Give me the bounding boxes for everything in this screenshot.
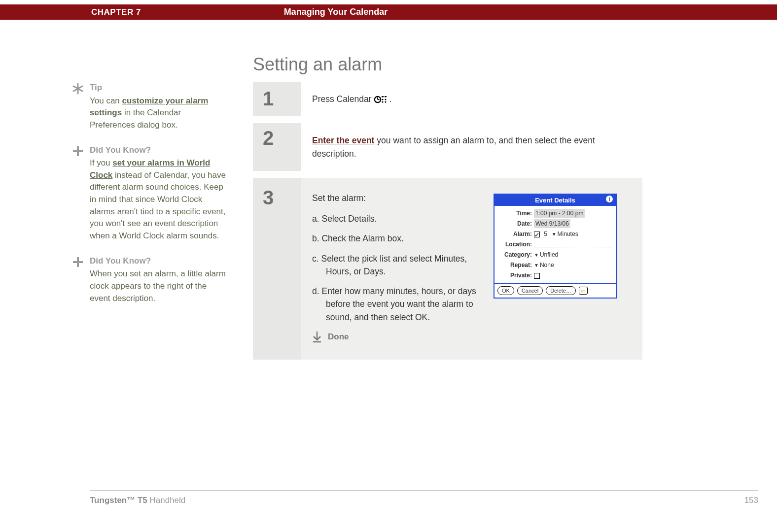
step-number: 3 xyxy=(263,188,274,207)
time-label: Time: xyxy=(498,209,534,218)
chapter-title: Managing Your Calendar xyxy=(284,7,388,17)
private-label: Private: xyxy=(498,271,534,280)
svg-point-12 xyxy=(385,101,386,103)
step-number-box: 1 xyxy=(253,82,301,116)
repeat-value[interactable]: None xyxy=(540,262,554,268)
product-name: Tungsten™ T5 Handheld xyxy=(90,496,185,505)
step2-link[interactable]: Enter the event xyxy=(312,135,374,145)
date-value[interactable]: Wed 9/13/06 xyxy=(534,219,570,228)
ok-button[interactable]: OK xyxy=(497,286,514,295)
steps-list: 1 Press Calendar xyxy=(253,82,642,366)
step-3: 3 Set the alarm: a. Select Details. b. C… xyxy=(253,178,642,360)
dialog-title-bar: Event Details i xyxy=(494,195,616,206)
date-label: Date: xyxy=(498,219,534,228)
private-checkbox[interactable] xyxy=(534,273,540,279)
dropdown-icon[interactable]: ▼ xyxy=(552,231,557,238)
dialog-title: Event Details xyxy=(535,197,575,204)
calendar-button-icon xyxy=(374,94,388,104)
sidebar: Tip You can customize your alarm setting… xyxy=(70,82,228,317)
step-1: 1 Press Calendar xyxy=(253,82,642,116)
did-you-know-2: Did You Know? When you set an alarm, a l… xyxy=(70,255,228,305)
tip-heading: Tip xyxy=(90,82,228,94)
location-field[interactable] xyxy=(534,241,612,247)
svg-rect-7 xyxy=(382,96,384,97)
step-1-body: Press Calendar . xyxy=(301,82,642,116)
tip-note: Tip You can customize your alarm setting… xyxy=(70,82,228,132)
category-value[interactable]: Unfiled xyxy=(540,251,558,258)
step1-post: . xyxy=(389,93,392,105)
category-label: Category: xyxy=(498,250,534,259)
alarm-checkbox[interactable] xyxy=(534,232,540,237)
step-2-body: Enter the event you want to assign an al… xyxy=(301,123,642,171)
step-2: 2 Enter the event you want to assign an … xyxy=(253,123,642,171)
dyk1-post: instead of Calendar, you have different … xyxy=(90,170,226,240)
done-label: Done xyxy=(328,331,349,343)
down-arrow-icon xyxy=(312,331,322,343)
step-3-text: Set the alarm: a. Select Details. b. Che… xyxy=(312,192,480,343)
note-icon[interactable]: ▭ xyxy=(579,287,588,295)
location-label: Location: xyxy=(498,240,534,249)
did-you-know-1: Did You Know? If you set your alarms in … xyxy=(70,144,228,242)
chapter-label: CHAPTER 7 xyxy=(91,7,141,17)
page-number: 153 xyxy=(744,496,758,505)
page-footer: Tungsten™ T5 Handheld 153 xyxy=(90,490,758,505)
svg-point-11 xyxy=(382,101,383,103)
dyk1-heading: Did You Know? xyxy=(90,144,228,157)
alarm-unit[interactable]: Minutes xyxy=(558,231,578,237)
dropdown-icon[interactable]: ▼ xyxy=(534,251,539,259)
alarm-count[interactable]: 5 xyxy=(543,231,548,238)
substep-a: a. Select Details. xyxy=(312,212,480,225)
svg-rect-1 xyxy=(73,150,83,152)
substep-b: b. Check the Alarm box. xyxy=(312,232,480,245)
dyk1-body: If you set your alarms in World Clock in… xyxy=(90,157,228,242)
step3-substeps: a. Select Details. b. Check the Alarm bo… xyxy=(312,212,480,324)
svg-rect-3 xyxy=(73,261,83,263)
dropdown-icon[interactable]: ▼ xyxy=(534,262,539,269)
delete-button[interactable]: Delete… xyxy=(546,286,576,295)
done-row: Done xyxy=(312,331,480,343)
dyk1-pre: If you xyxy=(90,158,112,167)
chapter-bar: CHAPTER 7 Managing Your Calendar xyxy=(0,4,777,20)
info-icon[interactable]: i xyxy=(606,196,613,202)
step3-intro: Set the alarm: xyxy=(312,192,480,204)
repeat-label: Repeat: xyxy=(498,261,534,269)
page-heading: Setting an alarm xyxy=(253,54,382,75)
cancel-button[interactable]: Cancel xyxy=(517,286,543,295)
tip-body: You can customize your alarm settings in… xyxy=(90,95,228,132)
svg-point-10 xyxy=(385,99,386,100)
dyk2-heading: Did You Know? xyxy=(90,255,228,267)
time-value[interactable]: 1:00 pm - 2:00 pm xyxy=(534,209,585,218)
svg-point-9 xyxy=(382,99,383,100)
step-number: 1 xyxy=(263,89,274,108)
plus-icon xyxy=(72,256,84,268)
event-details-dialog: Event Details i Time: 1:00 pm - 2:00 pm … xyxy=(494,192,617,343)
substep-d: d. Enter how many minutes, hours, or day… xyxy=(312,285,480,324)
tip-pre: You can xyxy=(90,96,122,105)
plus-icon xyxy=(72,145,84,157)
step-3-body: Set the alarm: a. Select Details. b. Che… xyxy=(301,178,642,360)
asterisk-icon xyxy=(72,83,84,95)
step-number: 2 xyxy=(263,128,274,148)
substep-c: c. Select the pick list and select Minut… xyxy=(312,252,480,278)
svg-rect-8 xyxy=(385,96,387,97)
dyk2-body: When you set an alarm, a little alarm cl… xyxy=(90,268,228,304)
alarm-label: Alarm: xyxy=(498,230,534,238)
step-number-box: 3 xyxy=(253,178,301,360)
step-number-box: 2 xyxy=(253,123,301,171)
step1-pre: Press Calendar xyxy=(312,93,372,105)
